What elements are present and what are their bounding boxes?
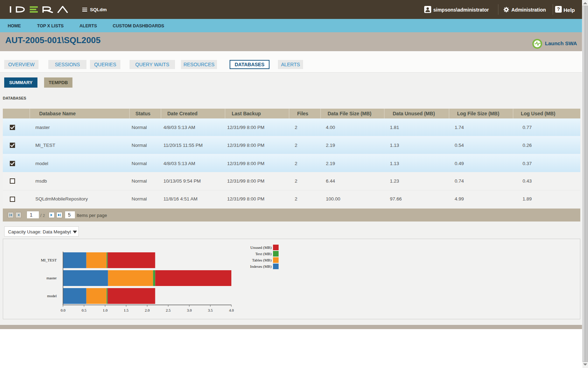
svg-text:0.5: 0.5 bbox=[82, 308, 86, 312]
svg-text:model: model bbox=[47, 294, 57, 298]
svg-text:3.5: 3.5 bbox=[208, 308, 213, 312]
svg-text:Text (MB): Text (MB) bbox=[255, 252, 272, 256]
svg-text:Unused (MB): Unused (MB) bbox=[250, 245, 272, 250]
svg-text:4.0: 4.0 bbox=[229, 308, 234, 312]
svg-text:2.5: 2.5 bbox=[166, 308, 171, 312]
svg-text:MI_TEST: MI_TEST bbox=[41, 258, 57, 262]
svg-text:1.0: 1.0 bbox=[103, 308, 107, 312]
svg-text:2.0: 2.0 bbox=[145, 308, 150, 312]
svg-text:0.0: 0.0 bbox=[61, 308, 65, 312]
svg-text:1.5: 1.5 bbox=[124, 308, 129, 312]
svg-text:3.0: 3.0 bbox=[187, 308, 192, 312]
svg-text:master: master bbox=[47, 276, 57, 280]
svg-text:Tables (MB): Tables (MB) bbox=[252, 258, 272, 263]
svg-text:Indexes (MB): Indexes (MB) bbox=[250, 264, 272, 269]
